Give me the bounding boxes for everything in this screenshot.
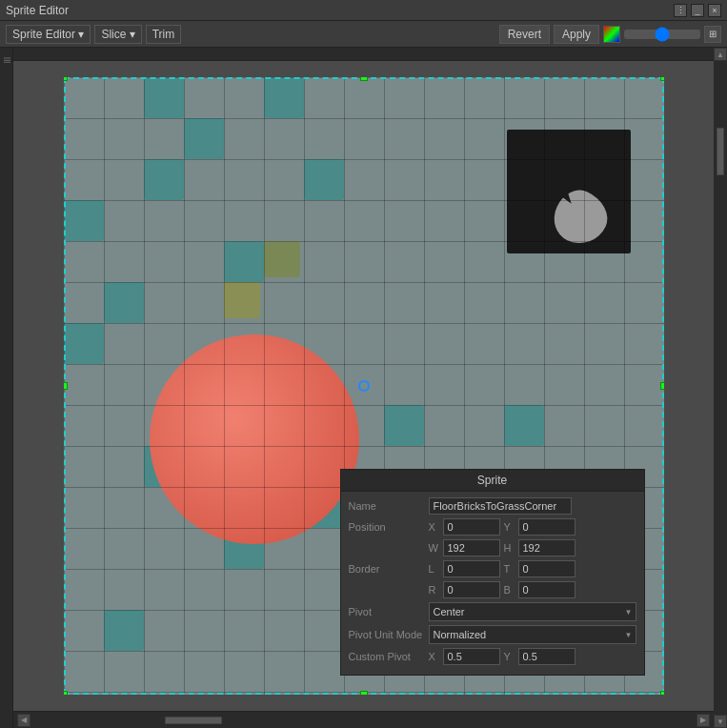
sprite-panel-body: Name document.currentScript.previousElem… (341, 492, 644, 675)
right-panel: ▲ ▼ (714, 48, 727, 728)
pos-x-group: X (429, 518, 500, 536)
window-controls: ⋮ _ × (674, 4, 721, 17)
name-row: Name document.currentScript.previousElem… (349, 497, 636, 515)
pivot-select-wrapper: Center Top Left Top Right Bottom Left Bo… (429, 602, 636, 621)
handle-tm[interactable] (360, 77, 368, 81)
position-row: Position X Y (349, 518, 636, 536)
pivot-row: Pivot Center Top Left Top Right Bottom L… (349, 602, 636, 621)
ruler-label: ||| (2, 57, 10, 63)
size-h-group: H (504, 539, 576, 556)
name-input[interactable] (429, 497, 572, 515)
toolbar: Sprite Editor ▾ Slice ▾ Trim Revert Appl… (0, 21, 727, 48)
border-t-label: T (504, 563, 515, 575)
border-t-input[interactable] (518, 560, 576, 577)
sprite-editor-dropdown[interactable]: Sprite Editor ▾ (6, 25, 91, 44)
border-r-group: R (429, 581, 500, 598)
custom-pivot-label: Custom Pivot (349, 651, 425, 662)
border-b-input[interactable] (518, 581, 576, 598)
size-h-input[interactable] (518, 539, 576, 556)
border-b-label: B (504, 584, 515, 596)
border-l-label: L (429, 563, 440, 575)
window-title: Sprite Editor (6, 4, 69, 17)
handle-br[interactable] (660, 691, 664, 695)
pivot-dot (358, 380, 370, 392)
custom-x-input[interactable] (443, 648, 500, 665)
size-w-label: W (429, 542, 440, 554)
border-l-group: L (429, 560, 500, 577)
border-row-2: R B (349, 581, 636, 598)
border-label: Border (349, 563, 425, 575)
handle-mr[interactable] (660, 382, 664, 390)
custom-y-group: Y (504, 648, 576, 665)
h-scroll-thumb[interactable] (165, 717, 222, 724)
name-label: Name (349, 500, 425, 512)
border-r-label: R (429, 584, 440, 596)
handle-bm[interactable] (360, 691, 368, 695)
tile-image: 0 Sprite Name document.currentScript.pre… (64, 77, 664, 695)
scroll-down-arrow[interactable]: ▼ (714, 715, 727, 728)
extra-icon[interactable]: ⊞ (704, 26, 721, 43)
border-r-input[interactable] (443, 581, 500, 598)
border-l-input[interactable] (443, 560, 500, 577)
revert-button[interactable]: Revert (499, 25, 550, 44)
position-label: Position (349, 521, 425, 533)
size-row: W H (349, 539, 636, 556)
custom-x-label: X (429, 651, 440, 662)
scroll-right-arrow[interactable]: ▶ (697, 714, 710, 727)
close-button[interactable]: × (708, 4, 721, 17)
slice-dropdown[interactable]: Slice ▾ (94, 25, 141, 44)
h-scroll-track[interactable] (32, 717, 695, 724)
pivot-unit-select[interactable]: Normalized Pixels (429, 625, 636, 644)
apply-button[interactable]: Apply (554, 25, 599, 44)
border-b-group: B (504, 581, 576, 598)
custom-y-input[interactable] (518, 648, 576, 665)
pos-y-input[interactable] (518, 518, 576, 536)
color-swatch[interactable] (603, 26, 620, 43)
canvas-container[interactable]: 0 Sprite Name document.currentScript.pre… (13, 48, 714, 728)
v-scroll-track[interactable] (717, 63, 724, 713)
sprite-panel: Sprite Name document.currentScript.previ… (340, 469, 645, 676)
minimize-button[interactable]: _ (691, 4, 704, 17)
pos-y-group: Y (504, 518, 576, 536)
pivot-unit-row: Pivot Unit Mode Normalized Pixels (349, 625, 636, 644)
border-row-1: Border L T (349, 560, 636, 577)
pivot-unit-label: Pivot Unit Mode (349, 629, 425, 640)
handle-tl[interactable] (64, 77, 68, 81)
pos-x-label: X (429, 521, 440, 533)
ruler-top (13, 48, 714, 61)
sprite-canvas: 0 Sprite Name document.currentScript.pre… (13, 61, 714, 711)
size-w-group: W (429, 539, 500, 556)
trim-button[interactable]: Trim (146, 25, 182, 44)
pos-y-label: Y (504, 521, 515, 533)
handle-tr[interactable] (660, 77, 664, 81)
title-bar: Sprite Editor ⋮ _ × (0, 0, 727, 21)
v-scrollbar: ▲ ▼ (714, 48, 727, 728)
handle-ml[interactable] (64, 382, 68, 390)
v-scroll-thumb[interactable] (717, 128, 724, 175)
more-options-button[interactable]: ⋮ (674, 4, 687, 17)
sprite-panel-title: Sprite (341, 470, 644, 492)
ruler-left: ||| (0, 48, 13, 728)
size-h-label: H (504, 542, 515, 554)
pos-x-input[interactable] (443, 518, 500, 536)
scroll-up-arrow[interactable]: ▲ (714, 48, 727, 61)
scroll-left-arrow[interactable]: ◀ (17, 714, 30, 727)
h-scrollbar: ◀ ▶ (13, 711, 714, 728)
custom-pivot-row: Custom Pivot X Y (349, 648, 636, 665)
pivot-unit-select-wrapper: Normalized Pixels (429, 625, 636, 644)
size-w-input[interactable] (443, 539, 500, 556)
pivot-select[interactable]: Center Top Left Top Right Bottom Left Bo… (429, 602, 636, 621)
main-area: ||| (0, 48, 727, 728)
brightness-slider[interactable] (624, 30, 700, 39)
handle-bl[interactable] (64, 691, 68, 695)
custom-y-label: Y (504, 651, 515, 662)
pivot-label: Pivot (349, 606, 425, 617)
border-t-group: T (504, 560, 576, 577)
custom-x-group: X (429, 648, 500, 665)
